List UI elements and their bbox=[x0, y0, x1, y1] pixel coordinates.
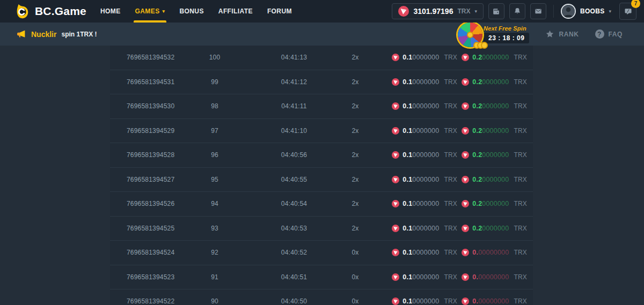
announcement-game-link[interactable]: Nucklir bbox=[31, 30, 56, 39]
bet-time: 04:40:50 bbox=[250, 297, 339, 305]
bet-number: 92 bbox=[180, 249, 250, 256]
payout-amount: 0.20000000 bbox=[472, 54, 509, 61]
bet-multiplier: 0x bbox=[339, 297, 372, 305]
bet-id: 7696581394531 bbox=[110, 78, 180, 86]
free-spin-widget[interactable]: Next Free Spin 23 : 18 : 09 bbox=[458, 22, 529, 47]
trx-coin-icon bbox=[462, 102, 469, 110]
user-menu[interactable]: BOOBS ▾ bbox=[561, 4, 611, 19]
bet-time: 04:41:13 bbox=[250, 54, 339, 61]
bet-amount: 0.10000000 bbox=[402, 249, 439, 256]
bet-id: 7696581394525 bbox=[110, 225, 180, 232]
payout-currency: TRX bbox=[514, 273, 527, 281]
payout-amount: 0.00000000 bbox=[472, 249, 509, 256]
bet-currency: TRX bbox=[444, 102, 457, 110]
payout-cell: 0.20000000 TRX bbox=[462, 102, 533, 110]
bet-amount-cell: 0.10000000 TRX bbox=[372, 225, 462, 232]
bet-multiplier: 2x bbox=[339, 200, 372, 207]
bet-number: 91 bbox=[180, 273, 250, 281]
table-row[interactable]: 7696581394527 95 04:40:55 2x 0.10000000 … bbox=[110, 168, 533, 192]
bet-amount-cell: 0.10000000 TRX bbox=[372, 176, 462, 183]
payout-cell: 0.20000000 TRX bbox=[462, 54, 533, 61]
nav-forum[interactable]: FORUM bbox=[267, 0, 292, 23]
trx-coin-icon bbox=[398, 6, 409, 17]
bet-multiplier: 2x bbox=[339, 127, 372, 135]
faq-label: FAQ bbox=[609, 31, 623, 38]
messages-button[interactable] bbox=[530, 3, 546, 19]
nav-games[interactable]: GAMES ▾ bbox=[135, 0, 165, 23]
payout-cell: 0.00000000 TRX bbox=[462, 297, 533, 305]
bet-amount: 0.10000000 bbox=[402, 54, 439, 61]
bet-multiplier: 2x bbox=[339, 176, 372, 183]
trx-coin-icon bbox=[392, 200, 399, 207]
table-row[interactable]: 7696581394524 92 04:40:52 0x 0.10000000 … bbox=[110, 241, 533, 265]
chat-button[interactable]: 7 bbox=[619, 3, 636, 20]
table-row[interactable]: 7696581394530 98 04:41:11 2x 0.10000000 … bbox=[110, 94, 533, 119]
bet-currency: TRX bbox=[444, 225, 457, 232]
faq-link[interactable]: ? FAQ bbox=[595, 29, 623, 39]
bet-number: 100 bbox=[180, 54, 250, 61]
table-row[interactable]: 7696581394523 91 04:40:51 0x 0.10000000 … bbox=[110, 265, 533, 290]
bet-time: 04:41:12 bbox=[250, 78, 339, 86]
wallet-icon bbox=[492, 7, 501, 16]
bet-amount: 0.10000000 bbox=[402, 200, 439, 207]
trx-coin-icon bbox=[392, 297, 399, 305]
payout-cell: 0.00000000 TRX bbox=[462, 273, 533, 281]
payout-amount: 0.20000000 bbox=[472, 200, 509, 207]
bet-id: 7696581394523 bbox=[110, 273, 180, 281]
table-row[interactable]: 7696581394525 93 04:40:53 2x 0.10000000 … bbox=[110, 217, 533, 241]
wallet-button[interactable] bbox=[488, 3, 504, 19]
balance-selector[interactable]: 3101.97196 TRX ▾ bbox=[392, 3, 484, 19]
trx-coin-icon bbox=[462, 297, 469, 305]
chevron-down-icon: ▾ bbox=[609, 9, 611, 14]
payout-amount: 0.20000000 bbox=[472, 176, 509, 183]
bet-amount-cell: 0.10000000 TRX bbox=[372, 200, 462, 207]
trx-coin-icon bbox=[392, 151, 399, 159]
bet-currency: TRX bbox=[444, 151, 457, 159]
content-area: 7696581394532 100 04:41:13 2x 0.10000000… bbox=[0, 46, 644, 305]
spin-countdown: 23 : 18 : 09 bbox=[484, 33, 529, 43]
trx-coin-icon bbox=[392, 102, 399, 110]
trx-coin-icon bbox=[462, 273, 469, 281]
notifications-button[interactable] bbox=[509, 3, 525, 19]
trx-coin-icon bbox=[392, 176, 399, 183]
table-row[interactable]: 7696581394531 99 04:41:12 2x 0.10000000 … bbox=[110, 70, 533, 95]
question-icon: ? bbox=[595, 29, 604, 39]
brand-logo[interactable]: BC.Game bbox=[14, 3, 86, 19]
table-row[interactable]: 7696581394529 97 04:41:10 2x 0.10000000 … bbox=[110, 119, 533, 144]
table-row[interactable]: 7696581394532 100 04:41:13 2x 0.10000000… bbox=[110, 46, 533, 70]
bet-multiplier: 0x bbox=[339, 249, 372, 256]
bet-time: 04:40:54 bbox=[250, 200, 339, 207]
brand-name: BC.Game bbox=[35, 5, 86, 18]
trx-coin-icon bbox=[392, 54, 399, 61]
table-row[interactable]: 7696581394528 96 04:40:56 2x 0.10000000 … bbox=[110, 143, 533, 168]
bet-amount: 0.10000000 bbox=[402, 78, 439, 86]
coins-icon bbox=[477, 42, 488, 49]
bet-amount-cell: 0.10000000 TRX bbox=[372, 297, 462, 305]
bet-id: 7696581394526 bbox=[110, 200, 180, 207]
balance-amount: 3101.97196 bbox=[413, 7, 453, 16]
bet-amount-cell: 0.10000000 TRX bbox=[372, 273, 462, 281]
nav-affiliate[interactable]: AFFILIATE bbox=[218, 0, 253, 23]
bet-time: 04:41:10 bbox=[250, 127, 339, 135]
payout-currency: TRX bbox=[514, 151, 527, 159]
nav-home[interactable]: HOME bbox=[100, 0, 121, 23]
bet-time: 04:40:55 bbox=[250, 176, 339, 183]
bet-currency: TRX bbox=[444, 273, 457, 281]
bet-amount: 0.10000000 bbox=[402, 127, 439, 135]
bet-id: 7696581394522 bbox=[110, 297, 180, 305]
bet-id: 7696581394529 bbox=[110, 127, 180, 135]
payout-cell: 0.00000000 TRX bbox=[462, 249, 533, 256]
announcement-message: spin 1TRX ! bbox=[61, 31, 97, 38]
payout-currency: TRX bbox=[514, 176, 527, 183]
nav-bonus[interactable]: BONUS bbox=[179, 0, 203, 23]
payout-currency: TRX bbox=[514, 297, 527, 305]
table-row[interactable]: 7696581394522 90 04:40:50 0x 0.10000000 … bbox=[110, 289, 533, 305]
trx-coin-icon bbox=[462, 127, 469, 135]
bet-number: 94 bbox=[180, 200, 250, 207]
bet-amount: 0.10000000 bbox=[402, 176, 439, 183]
rank-link[interactable]: RANK bbox=[545, 29, 579, 39]
bet-currency: TRX bbox=[444, 297, 457, 305]
bet-amount: 0.10000000 bbox=[402, 297, 439, 305]
bet-amount-cell: 0.10000000 TRX bbox=[372, 127, 462, 135]
table-row[interactable]: 7696581394526 94 04:40:54 2x 0.10000000 … bbox=[110, 192, 533, 217]
